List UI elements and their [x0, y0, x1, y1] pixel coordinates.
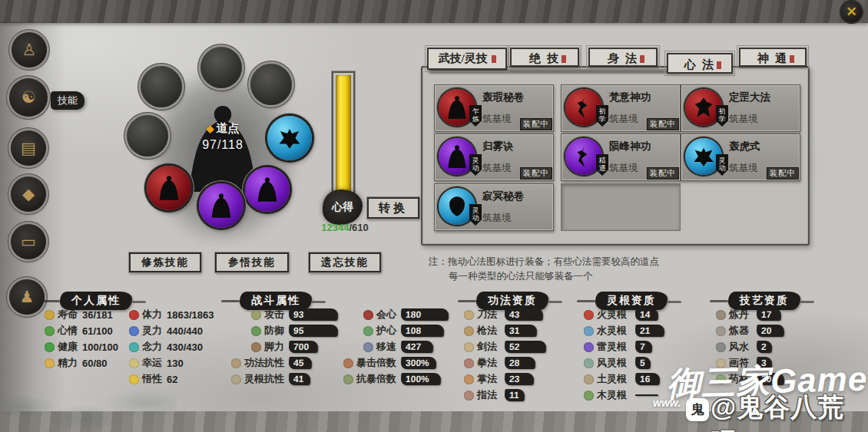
stat-row: 炼丹17 [716, 308, 784, 321]
stat-row: 功法抗性45 [221, 357, 338, 369]
gongfa-list: 刀法43 枪法31 剑法52 拳法28 掌法23 指法11 [464, 308, 546, 405]
tab-shentong[interactable]: 神通 [739, 48, 807, 67]
convert-button[interactable]: 转换 [367, 197, 419, 219]
stat-row: 心情61/100 [45, 325, 118, 337]
mastery-badge: 灵动 [469, 154, 482, 176]
seal-icon [562, 55, 566, 63]
wheel-slot-top-empty[interactable] [200, 47, 242, 88]
lifespan-icon [44, 309, 55, 320]
guard-heart-icon [363, 325, 373, 336]
equipped-badge: 装配中 [767, 167, 800, 180]
sidebar-item-relations[interactable]: ♟ [9, 279, 45, 315]
thunder-root-icon [583, 341, 594, 352]
stat-row: 攻击93 [221, 308, 338, 321]
sidebar-item-cultivation[interactable]: ▤ [11, 130, 46, 166]
yinyang-icon: ☯ [22, 88, 36, 106]
card-level: 筑基境 [729, 162, 758, 175]
card-name: 陨峰神功 [609, 140, 651, 153]
wheel-slot-bottomright-purple-skill[interactable] [245, 167, 290, 212]
stat-row: 风水2 [716, 341, 784, 353]
wind-root-icon [583, 358, 594, 368]
wheel-slot-topleft-empty[interactable] [141, 66, 182, 107]
seal-icon [492, 55, 496, 63]
sidebar-item-skills[interactable]: ☯ [9, 78, 48, 117]
stat-row: 灵根抗性41 [221, 373, 338, 385]
energy-icon [44, 358, 55, 368]
card-name: 轰瑕秘卷 [482, 91, 524, 104]
stat-row: 抗暴倍数100% [329, 373, 449, 385]
card-level: 筑基境 [482, 162, 512, 175]
train-skill-button[interactable]: 修炼技能 [129, 252, 201, 272]
wheel-slot-right-blue-skill[interactable] [267, 116, 312, 160]
alchemy-icon [715, 309, 726, 320]
tab-xinfa[interactable]: 心法 [667, 53, 733, 74]
dao-gem-icon: ◆ [207, 123, 214, 134]
card-level: 筑基境 [482, 113, 512, 126]
stat-row: 寿命36/181 [45, 308, 118, 321]
card-dinggang-dafa[interactable]: 初学 定罡大法 筑基境 [681, 84, 800, 132]
wheel-slot-bottom-purple-skill[interactable] [199, 183, 244, 228]
sword-icon [463, 341, 474, 352]
book-icon: ▭ [21, 232, 36, 250]
dao-points-label: ◆道点 [183, 121, 263, 136]
stat-row: 土灵根16 [584, 373, 664, 385]
tab-jueji[interactable]: 绝技 [510, 48, 579, 67]
close-button[interactable]: ✕ [841, 2, 862, 22]
comprehend-skill-button[interactable]: 参悟技能 [215, 252, 289, 272]
dao-points-value: 97/118 [183, 138, 263, 152]
stat-row: 防御95 [221, 325, 338, 337]
defense-icon [250, 325, 261, 336]
mastery-badge: 初学 [716, 105, 728, 127]
stat-row: 拳法28 [464, 357, 546, 369]
stat-row: 幸运130 [129, 357, 214, 369]
mastery-badge: 初学 [596, 105, 608, 127]
spear-icon [463, 325, 474, 336]
sidebar-item-character[interactable]: ♙ [12, 32, 47, 68]
sidebar-item-bag[interactable]: ◆ [11, 176, 46, 212]
stat-row: 移速427 [329, 341, 449, 353]
sidebar-item-book[interactable]: ▭ [11, 224, 46, 259]
pouch-icon: ◆ [22, 185, 35, 203]
mastery-badge: 灵动 [469, 204, 482, 226]
card-guiwu-jue[interactable]: 灵动 归雾诀 筑基境 装配中 [434, 134, 554, 181]
tab-wuji-lingji[interactable]: 武技/灵技 [427, 48, 507, 70]
wheel-slot-left-empty[interactable] [127, 115, 168, 157]
insight-progress-fill [336, 75, 351, 196]
stat-row: 掌法23 [464, 373, 546, 385]
wheel-slot-topright-empty[interactable] [250, 64, 292, 105]
move-speed-icon [363, 341, 373, 352]
stat-row: 灵力440/440 [129, 325, 214, 337]
stat-row: 护心108 [329, 325, 449, 337]
people-icon: ♟ [20, 288, 35, 305]
mind-method-panel: 乍炼 轰瑕秘卷 筑基境 装配中 初学 梵意神功 筑基境 装配中 初学 定罡大法 … [421, 66, 810, 246]
tab-shenfa[interactable]: 身法 [588, 48, 658, 67]
spirit-root-list: 火灵根14 水灵根21 雷灵根7 风灵根5 土灵根16 木灵根 [584, 308, 664, 405]
crit-icon [363, 309, 373, 320]
stat-row: 木灵根 [584, 389, 664, 401]
stat-row: 风灵根5 [584, 357, 664, 369]
craft-list: 炼丹17 炼器20 风水2 画符3 药材20 [716, 308, 784, 389]
card-hongxia-mijuan[interactable]: 乍炼 轰瑕秘卷 筑基境 装配中 [434, 84, 554, 132]
talisman-icon [715, 358, 726, 368]
forget-skill-button[interactable]: 遗忘技能 [309, 252, 381, 272]
stat-row: 火灵根14 [584, 308, 664, 321]
wood-root-icon [583, 390, 594, 401]
fire-root-icon [583, 309, 594, 320]
stat-row: 精力60/80 [45, 357, 118, 369]
crit-multiplier-icon [343, 358, 353, 368]
card-honghu-shi[interactable]: 灵动 轰虎式 筑基境 装配中 [681, 134, 800, 181]
card-name: 归雾诀 [482, 140, 514, 153]
stamina-icon [128, 309, 139, 320]
scrolls-icon: ▤ [21, 139, 36, 157]
card-jiming-mijuan[interactable]: 灵动 寂冥秘卷 筑基境 [434, 183, 554, 231]
spirit-root-resist-icon [230, 374, 241, 384]
stat-row: 枪法31 [464, 325, 546, 337]
card-yunfeng-shengong[interactable]: 精通 陨峰神功 筑基境 装配中 [561, 134, 681, 181]
empty-card-slot[interactable] [561, 183, 681, 231]
wheel-slot-bottomleft-red-skill[interactable] [147, 166, 191, 210]
skills-tooltip: 技能 [51, 91, 84, 110]
card-fanyi-shengong[interactable]: 初学 梵意神功 筑基境 装配中 [561, 84, 681, 132]
finger-icon [463, 390, 474, 401]
character-icon: ♙ [22, 41, 37, 58]
attack-icon [250, 309, 261, 320]
